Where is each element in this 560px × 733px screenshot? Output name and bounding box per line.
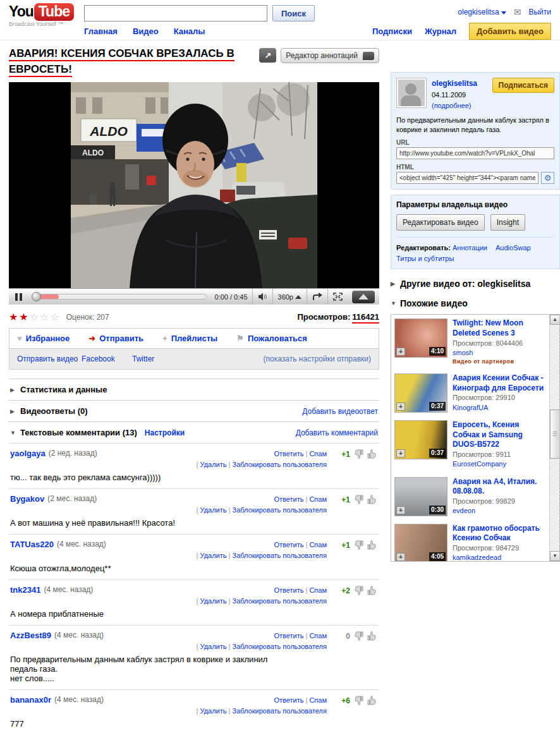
section-statistics[interactable]: Статистика и данные <box>20 385 107 394</box>
related-title-link[interactable]: Авария Ксении Собчак - Кинограф для Евро… <box>453 373 547 393</box>
section-video-responses[interactable]: Видеоответы (0) <box>20 406 88 416</box>
reply-link[interactable]: Ответить <box>274 632 303 639</box>
thumbs-up-icon[interactable] <box>367 695 378 706</box>
gear-icon[interactable]: ⚙ <box>541 172 554 184</box>
related-videos-section[interactable]: ▼ Похожие видео <box>391 298 560 308</box>
share-button[interactable]: ➜Отправить <box>88 334 143 343</box>
spam-link[interactable]: Спам <box>309 450 327 457</box>
section-comments[interactable]: Текстовые комментарии (13) <box>20 428 137 437</box>
video-thumbnail[interactable]: + 4:10 <box>394 318 447 358</box>
comment-author-link[interactable]: AzzBest89 <box>10 631 51 640</box>
nav-subscriptions[interactable]: Подписки <box>372 27 412 36</box>
delete-link[interactable]: Удалить <box>200 552 227 559</box>
comment-author-link[interactable]: TATUas220 <box>10 540 54 549</box>
thumbs-down-icon[interactable] <box>353 695 364 706</box>
related-title-link[interactable]: Авария на А4, Италия. 08.08.08. <box>453 477 547 497</box>
subscribe-button[interactable]: Подписаться <box>492 78 554 93</box>
thumbs-down-icon[interactable] <box>353 494 364 505</box>
more-info-link[interactable]: (подробнее) <box>432 100 477 111</box>
video-thumbnail[interactable]: + 0:37 <box>394 420 447 459</box>
add-video-response-link[interactable]: Добавить видеоответ <box>302 407 378 416</box>
block-user-link[interactable]: Заблокировать пользователя <box>233 552 327 559</box>
annotations-toggle-button[interactable] <box>307 289 327 305</box>
reply-link[interactable]: Ответить <box>274 586 303 594</box>
add-to-quicklist-icon[interactable]: + <box>396 506 405 514</box>
nav-videos[interactable]: Видео <box>133 27 159 36</box>
thumbs-down-icon[interactable] <box>353 540 364 550</box>
video-screen[interactable]: ALDO ALDO <box>9 82 379 288</box>
thumbs-down-icon[interactable] <box>353 585 364 596</box>
logout-link[interactable]: Выйти <box>528 8 551 16</box>
more-from-user-section[interactable]: ▶ Другие видео от: olegkiselitsa <box>391 279 560 289</box>
block-user-link[interactable]: Заблокировать пользователя <box>233 506 327 514</box>
related-channel-link[interactable]: evdeon <box>453 506 547 516</box>
delete-link[interactable]: Удалить <box>200 643 227 650</box>
spam-link[interactable]: Спам <box>309 541 327 548</box>
spam-link[interactable]: Спам <box>309 632 327 639</box>
related-title-link[interactable]: Евросеть, Ксения Собчак и Samsung DUOS-B… <box>453 420 547 450</box>
related-title-link[interactable]: Twilight: New Moon Deleted Scenes 3 <box>453 318 547 338</box>
url-field[interactable] <box>396 147 554 159</box>
share-settings-link[interactable]: (показать настройки отправки) <box>264 354 371 363</box>
account-menu[interactable]: olegkiselitsa <box>458 8 506 16</box>
annotations-editor-button[interactable]: Редактор аннотаций <box>281 48 379 63</box>
volume-button[interactable] <box>252 289 272 305</box>
related-channel-link[interactable]: EurosetCompany <box>453 459 547 469</box>
thumbs-up-icon[interactable] <box>367 585 378 596</box>
envelope-icon[interactable]: ✉ <box>514 7 521 17</box>
block-user-link[interactable]: Заблокировать пользователя <box>233 461 327 468</box>
thumbs-up-icon[interactable] <box>367 631 378 641</box>
nav-channels[interactable]: Каналы <box>174 27 205 36</box>
delete-link[interactable]: Удалить <box>200 707 227 715</box>
thumbs-up-icon[interactable] <box>367 494 378 505</box>
spam-link[interactable]: Спам <box>309 586 327 594</box>
related-title-link[interactable]: Как грамотно обосрать Ксению Собчак <box>453 524 547 543</box>
captions-link[interactable]: Титры и субтитры <box>396 255 454 262</box>
annotations-link[interactable]: Аннотации <box>453 244 487 251</box>
related-channel-link[interactable]: KinografUA <box>453 403 547 413</box>
nav-journal[interactable]: Журнал <box>425 27 456 36</box>
playlists-button[interactable]: +Плейлисты <box>162 334 217 343</box>
youtube-logo[interactable]: YouTube Broadcast Yourself ™ <box>9 3 74 27</box>
flag-button[interactable]: ⚑Пожаловаться <box>236 334 307 343</box>
related-channel-link[interactable]: kamikadzedead <box>453 553 547 562</box>
add-to-quicklist-icon[interactable]: + <box>396 449 405 457</box>
comment-author-link[interactable]: yaolgaya <box>10 449 46 458</box>
add-comment-link[interactable]: Добавить комментарий <box>296 428 378 437</box>
expand-arrow-icon[interactable]: ▶ <box>10 408 20 415</box>
thumbs-up-icon[interactable] <box>367 540 378 550</box>
insight-button[interactable]: Insight <box>490 214 525 231</box>
seek-knob[interactable] <box>32 292 41 301</box>
comment-author-link[interactable]: Bygakov <box>10 494 44 504</box>
pause-button[interactable] <box>9 293 28 301</box>
search-input[interactable] <box>84 5 267 21</box>
spam-link[interactable]: Спам <box>309 696 327 704</box>
comment-author-link[interactable]: bananax0r <box>10 695 51 705</box>
block-user-link[interactable]: Заблокировать пользователя <box>233 643 327 650</box>
scrollbar-thumb[interactable] <box>550 409 560 459</box>
upload-video-button[interactable]: Добавить видео <box>469 23 551 40</box>
send-video-link[interactable]: Отправить видео <box>17 354 82 363</box>
quality-button[interactable]: 360p <box>272 289 307 305</box>
collapse-arrow-icon[interactable]: ▼ <box>10 430 20 436</box>
seek-bar[interactable] <box>32 294 207 300</box>
reply-link[interactable]: Ответить <box>274 696 303 704</box>
video-thumbnail[interactable]: + 0:30 <box>394 477 447 516</box>
delete-link[interactable]: Удалить <box>200 506 227 514</box>
add-to-quicklist-icon[interactable]: + <box>396 348 405 356</box>
delete-link[interactable]: Удалить <box>200 597 227 605</box>
comment-author-link[interactable]: tnk2341 <box>10 585 40 595</box>
avatar[interactable] <box>396 78 427 108</box>
fullscreen-button[interactable] <box>327 289 348 305</box>
search-button[interactable]: Поиск <box>272 5 315 21</box>
spam-link[interactable]: Спам <box>309 495 327 503</box>
favorite-button[interactable]: ♥Избранное <box>17 334 70 343</box>
scroll-up-button[interactable]: ▲ <box>550 315 560 325</box>
block-user-link[interactable]: Заблокировать пользователя <box>233 597 327 605</box>
scrollbar[interactable]: ▲ ▼ <box>549 315 559 561</box>
video-thumbnail[interactable]: + 4:05 <box>394 524 447 562</box>
edit-video-button[interactable]: Редактировать видео <box>396 214 485 231</box>
star-rating[interactable]: ★★☆☆☆ <box>9 311 61 323</box>
thumbs-down-icon[interactable] <box>353 449 364 459</box>
nav-home[interactable]: Главная <box>84 27 118 36</box>
